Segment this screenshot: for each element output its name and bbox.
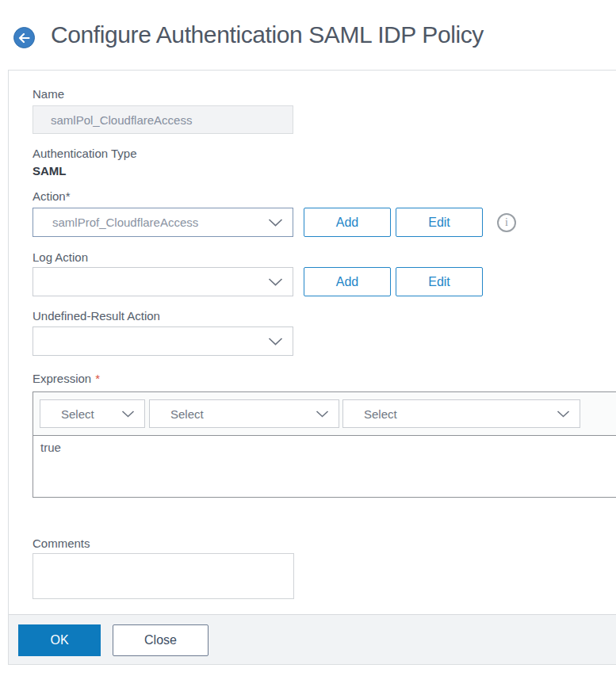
- required-asterisk: *: [95, 372, 100, 385]
- footer-bar: OK Close: [9, 614, 616, 664]
- ok-button[interactable]: OK: [18, 624, 101, 656]
- expression-label-text: Expression: [33, 372, 91, 385]
- authentication-type-label: Authentication Type: [33, 147, 136, 160]
- expression-select-3[interactable]: Select: [342, 399, 580, 428]
- log-action-label: Log Action: [33, 250, 88, 264]
- expression-select-1[interactable]: Select: [40, 399, 145, 428]
- chevron-down-icon: [268, 334, 283, 348]
- chevron-down-icon: [316, 407, 329, 421]
- comments-textarea[interactable]: [33, 553, 294, 599]
- undefined-result-action-label: Undefined-Result Action: [33, 309, 160, 323]
- name-label: Name: [33, 87, 64, 101]
- expression-select-3-value: Select: [364, 407, 397, 421]
- log-action-add-button[interactable]: Add: [304, 267, 391, 296]
- form-panel: Name samlPol_CloudflareAccess Authentica…: [8, 70, 616, 665]
- action-add-button[interactable]: Add: [304, 208, 391, 237]
- expression-select-2[interactable]: Select: [149, 399, 339, 428]
- log-action-select[interactable]: [33, 267, 293, 296]
- close-button[interactable]: Close: [113, 624, 209, 656]
- configure-saml-idp-policy-page: Configure Authentication SAML IDP Policy…: [0, 0, 616, 695]
- chevron-down-icon: [121, 407, 135, 421]
- expression-editor: Select Select Select: [33, 391, 616, 498]
- comments-label: Comments: [33, 537, 90, 550]
- page-title: Configure Authentication SAML IDP Policy: [51, 21, 484, 48]
- expression-label: Expression*: [33, 372, 100, 385]
- arrow-left-icon: [18, 33, 30, 43]
- authentication-type-value: SAML: [33, 164, 67, 178]
- expression-textarea[interactable]: true: [33, 436, 616, 497]
- expression-toolbar: Select Select Select: [33, 392, 616, 436]
- expression-select-2-value: Select: [170, 407, 204, 421]
- action-select[interactable]: samlProf_CloudflareAccess: [33, 208, 293, 237]
- log-action-edit-button[interactable]: Edit: [396, 267, 483, 296]
- chevron-down-icon: [268, 216, 283, 229]
- name-input: samlPol_CloudflareAccess: [33, 105, 293, 134]
- back-button[interactable]: [13, 27, 35, 48]
- action-label: Action*: [33, 189, 71, 203]
- expression-select-1-value: Select: [61, 407, 94, 421]
- action-edit-button[interactable]: Edit: [396, 208, 483, 237]
- chevron-down-icon: [557, 407, 570, 421]
- chevron-down-icon: [268, 275, 283, 288]
- action-select-value: samlProf_CloudflareAccess: [52, 216, 198, 229]
- info-icon[interactable]: i: [497, 213, 516, 232]
- name-value: samlPol_CloudflareAccess: [51, 113, 192, 127]
- undefined-result-action-select[interactable]: [33, 326, 293, 356]
